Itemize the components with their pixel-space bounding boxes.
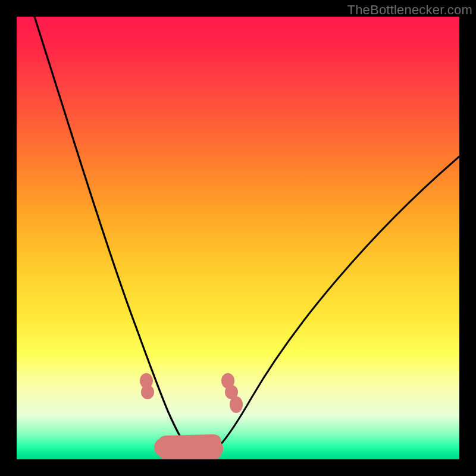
- svg-point-1: [141, 385, 154, 399]
- left-curve: [35, 17, 201, 457]
- markers-left-column: [140, 373, 154, 399]
- right-curve: [201, 156, 459, 457]
- markers-bottom-row: [154, 434, 223, 459]
- outer-frame: TheBottlenecker.com: [0, 0, 476, 476]
- plot-area: [17, 17, 459, 459]
- markers-right-column: [221, 373, 243, 413]
- svg-point-4: [230, 396, 243, 413]
- svg-point-10: [208, 440, 223, 457]
- watermark-text: TheBottlenecker.com: [347, 2, 472, 18]
- chart-svg: [17, 17, 459, 459]
